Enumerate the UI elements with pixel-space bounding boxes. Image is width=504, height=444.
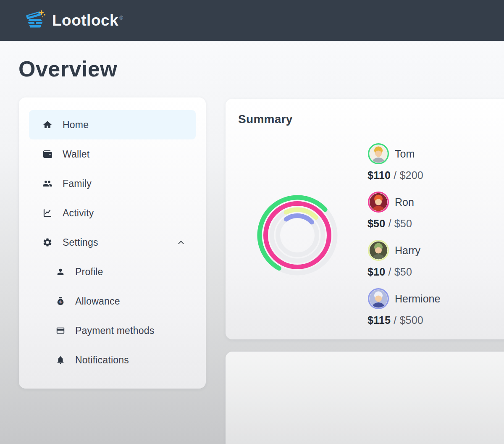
member-identity: Tom [368, 143, 440, 165]
avatar [368, 143, 389, 165]
member-amount: $115 / $500 [368, 314, 440, 326]
sidebar-item-wallet[interactable]: Wallet [29, 139, 196, 169]
sidebar-item-label: Settings [63, 237, 98, 248]
member-row: Hermione$115 / $500 [368, 288, 440, 336]
amount-spent: $50 [368, 218, 385, 229]
member-identity: Ron [368, 191, 440, 213]
amount-limit: / $50 [385, 266, 412, 278]
person-icon [56, 267, 65, 276]
sidebar-item-allowance[interactable]: $Allowance [29, 286, 196, 316]
svg-text:$: $ [60, 300, 62, 304]
avatar [368, 288, 389, 310]
spending-rings-chart [255, 193, 339, 277]
credit-card-icon [56, 326, 65, 335]
ring-ron [266, 204, 329, 267]
sidebar-item-label: Activity [63, 208, 94, 219]
member-amount: $110 / $200 [368, 169, 440, 181]
member-identity: Harry [368, 239, 440, 261]
sidebar-item-payment-methods[interactable]: Payment methods [29, 316, 196, 345]
sidebar-item-label: Wallet [63, 149, 89, 160]
app-header: Lootlock® [0, 0, 504, 41]
member-name: Harry [395, 244, 420, 257]
wallet-icon [42, 149, 52, 159]
avatar [368, 239, 389, 261]
sidebar-item-label: Payment methods [75, 325, 154, 336]
amount-spent: $115 [368, 314, 391, 326]
app-logo[interactable]: Lootlock® [24, 9, 123, 32]
treasure-chest-logo-icon [24, 9, 46, 32]
member-name: Ron [395, 196, 414, 208]
secondary-card [226, 352, 504, 444]
amount-spent: $10 [368, 266, 385, 278]
member-amount: $50 / $50 [368, 218, 440, 230]
registered-mark: ® [119, 15, 123, 21]
chevron-up-icon[interactable] [176, 238, 186, 247]
sidebar-item-notifications[interactable]: Notifications [29, 345, 196, 375]
sidebar-item-label: Family [63, 178, 92, 189]
app-name: Lootlock® [52, 13, 123, 28]
member-row: Ron$50 / $50 [368, 191, 440, 239]
sidebar-item-label: Home [63, 119, 89, 131]
lootlock-app: Lootlock® Overview HomeWalletFamilyActiv… [0, 0, 504, 444]
sidebar-item-label: Profile [75, 266, 103, 278]
member-amount: $10 / $50 [368, 266, 440, 278]
gear-icon [42, 237, 52, 247]
sidebar-item-profile[interactable]: Profile [29, 257, 196, 286]
amount-limit: / $200 [391, 169, 423, 181]
member-row: Tom$110 / $200 [368, 143, 440, 191]
sidebar-item-settings[interactable]: Settings [29, 228, 196, 257]
bell-icon [56, 355, 65, 365]
activity-icon [42, 208, 52, 218]
member-name: Tom [395, 148, 415, 160]
amount-limit: / $500 [391, 314, 423, 326]
home-icon [42, 120, 52, 130]
amount-limit: / $50 [385, 218, 412, 229]
member-row: Harry$10 / $50 [368, 239, 440, 288]
sidebar-item-family[interactable]: Family [29, 169, 196, 198]
sidebar-item-label: Notifications [75, 355, 129, 366]
avatar [368, 191, 389, 213]
member-name: Hermione [395, 293, 440, 305]
sidebar: HomeWalletFamilyActivitySettingsProfile$… [19, 97, 206, 389]
money-bag-icon: $ [56, 297, 65, 306]
sidebar-list: HomeWalletFamilyActivitySettingsProfile$… [19, 97, 206, 375]
amount-spent: $110 [368, 169, 391, 181]
member-identity: Hermione [368, 288, 440, 310]
sidebar-item-activity[interactable]: Activity [29, 198, 196, 228]
summary-card: Summary Tom$110 / $200Ron$50 / $50Harry$… [226, 99, 504, 339]
member-list: Tom$110 / $200Ron$50 / $50Harry$10 / $50… [368, 143, 440, 336]
sidebar-item-home[interactable]: Home [29, 110, 196, 139]
summary-title: Summary [238, 113, 293, 126]
sidebar-item-label: Allowance [75, 296, 120, 307]
family-icon [42, 179, 52, 189]
page-title: Overview [18, 56, 117, 81]
